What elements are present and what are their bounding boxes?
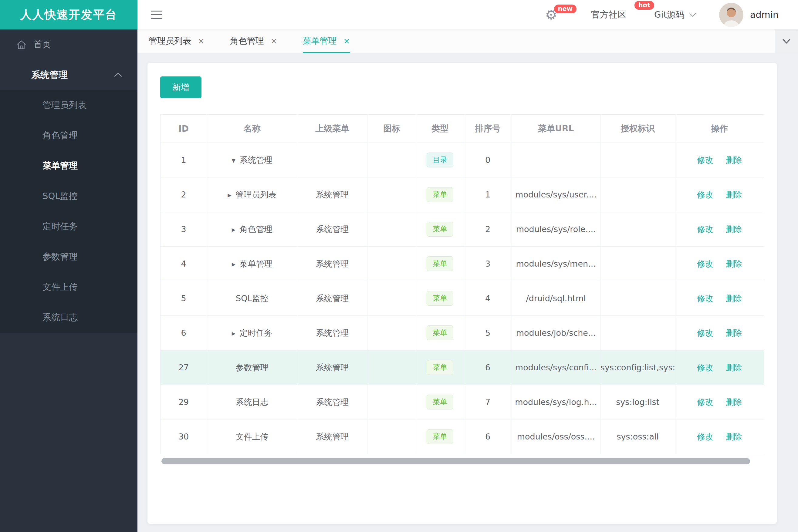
delete-link[interactable]: 删除	[726, 328, 742, 338]
delete-link[interactable]: 删除	[726, 259, 742, 268]
sidebar-item-label: 系统日志	[42, 311, 78, 324]
sidebar-item[interactable]: 定时任务	[0, 211, 137, 242]
cell-url: /druid/sql.html	[512, 281, 600, 316]
cell-icon	[368, 281, 416, 316]
app-logo: 人人快速开发平台	[0, 0, 137, 30]
sidebar-item[interactable]: 系统日志	[0, 302, 137, 333]
table-row: 2 ▸管理员列表 系统管理 菜单 1 modules/sys/	[161, 177, 764, 212]
edit-link[interactable]: 修改	[697, 155, 713, 165]
edit-link[interactable]: 修改	[697, 363, 713, 372]
cell-actions: 修改 删除	[675, 177, 764, 212]
cell-parent: 系统管理	[297, 350, 368, 385]
table-row: 27 参数管理 系统管理 菜单 6 modules/sys/c	[161, 350, 764, 385]
edit-link[interactable]: 修改	[697, 225, 713, 234]
git-source-link[interactable]: Git源码	[654, 9, 697, 21]
cell-icon	[368, 143, 416, 177]
edit-link[interactable]: 修改	[697, 432, 713, 441]
delete-link[interactable]: 删除	[726, 190, 742, 199]
sidebar-group-system[interactable]: 系统管理	[0, 60, 137, 90]
cell-parent: 系统管理	[297, 316, 368, 350]
delete-link[interactable]: 删除	[726, 363, 742, 372]
tab-close-icon[interactable]: ×	[344, 36, 350, 45]
cell-id: 30	[161, 419, 207, 454]
cell-order: 0	[464, 143, 512, 177]
expand-toggle-icon[interactable]: ▸	[232, 225, 236, 234]
main-column: ⚙ new 官方社区 hot Git源码	[137, 0, 798, 532]
delete-link[interactable]: 删除	[726, 397, 742, 407]
cell-perms	[600, 281, 675, 316]
menu-name-label: 管理员列表	[236, 190, 276, 199]
tab-close-icon[interactable]: ×	[271, 36, 277, 45]
menu-name-label: 系统日志	[236, 397, 268, 407]
topbar-right: ⚙ new 官方社区 hot Git源码	[545, 3, 779, 27]
cell-url: modules/sys/log.h...	[512, 385, 600, 419]
edit-link[interactable]: 修改	[697, 190, 713, 199]
delete-link[interactable]: 删除	[726, 225, 742, 234]
cell-id: 4	[161, 247, 207, 281]
delete-link[interactable]: 删除	[726, 432, 742, 441]
sidebar-item-label: 定时任务	[42, 221, 78, 233]
cell-actions: 修改 删除	[675, 247, 764, 281]
cell-url: modules/sys/user....	[512, 177, 600, 212]
column-header-type: 类型	[416, 115, 464, 143]
sidebar-item[interactable]: SQL监控	[0, 181, 137, 211]
tab[interactable]: 菜单管理 ×	[303, 30, 350, 53]
home-icon	[16, 39, 27, 50]
cell-url	[512, 143, 600, 177]
expand-toggle-icon[interactable]: ▸	[232, 260, 236, 268]
settings-button[interactable]: ⚙ new	[545, 8, 575, 21]
cell-name: 参数管理	[207, 350, 297, 385]
add-button[interactable]: 新增	[160, 76, 202, 98]
table-row: 29 系统日志 系统管理 菜单 7 modules/sys/l	[161, 385, 764, 419]
horizontal-scrollbar-thumb[interactable]	[162, 458, 750, 464]
tabbar: 管理员列表 × 角色管理 × 菜单管理 ×	[137, 30, 798, 53]
sidebar-item[interactable]: 角色管理	[0, 120, 137, 151]
edit-link[interactable]: 修改	[697, 293, 713, 303]
column-header-url: 菜单URL	[512, 115, 600, 143]
expand-toggle-icon[interactable]: ▾	[232, 156, 236, 165]
cell-url: modules/sys/men...	[512, 247, 600, 281]
menu-name-label: 文件上传	[236, 432, 268, 441]
cell-id: 1	[161, 143, 207, 177]
type-tag: 菜单	[427, 256, 453, 271]
cell-parent: 系统管理	[297, 177, 368, 212]
cell-order: 7	[464, 385, 512, 419]
cell-type: 菜单	[416, 419, 464, 454]
cell-type: 菜单	[416, 316, 464, 350]
expand-toggle-icon[interactable]: ▸	[232, 329, 236, 338]
user-menu[interactable]: admin	[719, 3, 779, 27]
sidebar-item[interactable]: 菜单管理	[0, 151, 137, 181]
edit-link[interactable]: 修改	[697, 259, 713, 268]
delete-link[interactable]: 删除	[726, 155, 742, 165]
edit-link[interactable]: 修改	[697, 397, 713, 407]
tab[interactable]: 角色管理 ×	[230, 30, 277, 53]
sidebar-item[interactable]: 管理员列表	[0, 90, 137, 120]
column-header-name: 名称	[207, 115, 297, 143]
cell-parent: 系统管理	[297, 212, 368, 247]
table-row: 30 文件上传 系统管理 菜单 6 modules/oss/o	[161, 419, 764, 454]
tab-label: 菜单管理	[303, 35, 337, 47]
cell-parent: 系统管理	[297, 385, 368, 419]
sidebar-item-home[interactable]: 首页	[0, 30, 137, 60]
community-link[interactable]: 官方社区 hot	[591, 9, 642, 21]
tab-close-icon[interactable]: ×	[198, 36, 204, 45]
cell-parent: 系统管理	[297, 247, 368, 281]
menu-name-label: 参数管理	[236, 363, 268, 372]
menu-name-label: SQL监控	[236, 293, 268, 303]
delete-link[interactable]: 删除	[726, 293, 742, 303]
tab[interactable]: 管理员列表 ×	[149, 30, 204, 53]
cell-perms: sys:oss:all	[600, 419, 675, 454]
tab-label: 角色管理	[230, 35, 264, 47]
app-root: 人人快速开发平台 首页 系统管理 管理员列	[0, 0, 798, 532]
expand-toggle-icon[interactable]: ▸	[227, 191, 231, 199]
edit-link[interactable]: 修改	[697, 328, 713, 338]
tabs-collapse-button[interactable]	[775, 30, 798, 53]
type-tag: 菜单	[427, 325, 453, 340]
sidebar-item[interactable]: 文件上传	[0, 272, 137, 302]
sidebar-toggle-button[interactable]	[151, 11, 162, 19]
cell-name: ▸定时任务	[207, 316, 297, 350]
cell-perms	[600, 143, 675, 177]
cell-perms: sys:config:list,sys:.	[600, 350, 675, 385]
column-header-order: 排序号	[464, 115, 512, 143]
sidebar-item[interactable]: 参数管理	[0, 242, 137, 272]
